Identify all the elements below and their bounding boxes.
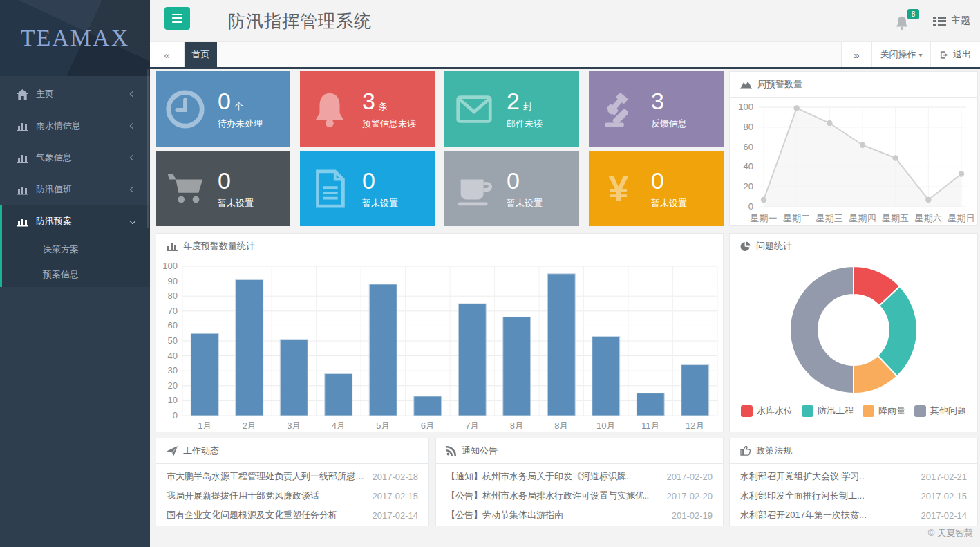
scroll-tabs-right-button[interactable]: »: [841, 42, 872, 67]
sidebar-item-rain-info[interactable]: 雨水情信息: [0, 110, 150, 142]
panel-title: 工作动态: [183, 445, 219, 457]
sidebar-item-flood-duty[interactable]: 防汛值班: [0, 174, 150, 205]
close-operations-dropdown[interactable]: 关闭操作 ▾: [872, 42, 930, 67]
tab-home[interactable]: 首页: [185, 42, 217, 67]
news-row: 水利部印发全面推行河长制工... 2017-02-15: [730, 486, 977, 506]
year-chart: 01020304050607080901001月2月3月4月5月6月7月8月8月…: [156, 259, 723, 435]
stat-card-unset-4[interactable]: ¥ 0 暂未设置: [589, 151, 724, 226]
header-actions: 8 主题: [894, 0, 970, 41]
news-date: 2017-02-21: [921, 472, 968, 482]
yen-icon: ¥: [597, 167, 640, 210]
sidebar-subitem-decision-plan[interactable]: 决策方案: [2, 237, 150, 262]
stat-card-alerts[interactable]: 3条 预警信息未读: [300, 71, 435, 147]
app-logo: TEAMAX: [0, 0, 150, 76]
svg-text:4月: 4月: [332, 420, 346, 431]
notification-badge: 8: [907, 9, 919, 19]
sidebar-subitem-preplan-info[interactable]: 预案信息: [2, 262, 150, 287]
chevron-down-icon: [130, 219, 135, 224]
news-row: 水利部召开党组扩大会议 学习.. 2017-02-21: [730, 467, 977, 486]
clock-icon: [164, 88, 207, 131]
stat-card-todo[interactable]: 0个 待办未处理: [156, 71, 290, 147]
week-chart: 020406080100星期一星期二星期三星期四星期五星期六星期日: [730, 98, 977, 229]
policy-panel: 政策法规 水利部召开党组扩大会议 学习.. 2017-02-21 水利部印发全面…: [729, 438, 978, 526]
tab-home-label: 首页: [192, 48, 210, 61]
stat-card-unset-2[interactable]: 0 暂未设置: [300, 151, 435, 226]
sidebar-item-home[interactable]: 主页: [0, 78, 150, 110]
scroll-tabs-left-button[interactable]: «: [150, 42, 185, 67]
news-link[interactable]: 【公告】杭州市水务局排水行政许可设置与实施优..: [446, 490, 649, 502]
menu-toggle-button[interactable]: [164, 7, 190, 30]
svg-text:星期六: 星期六: [915, 213, 942, 223]
notifications-button[interactable]: 8: [894, 9, 915, 33]
tab-bar-underline: [150, 67, 980, 69]
sidebar-item-flood-preplan[interactable]: 防汛预案: [2, 205, 150, 237]
news-link[interactable]: 水利部召开党组扩大会议 学习..: [740, 470, 865, 483]
legend-item-rainfall[interactable]: 降雨量: [863, 405, 905, 417]
home-icon: [17, 89, 28, 100]
stat-label: 反馈信息: [651, 118, 687, 130]
news-link[interactable]: 市大鹏半岛水源工程管理处负责人到一线部所慰问新春: [167, 470, 366, 483]
sidebar-menu: 主页 雨水情信息 气象信息 防汛值班 防汛预案 决策方案: [0, 78, 150, 287]
donut-legend: 水库水位 防汛工程 降雨量 其他问题: [730, 405, 977, 417]
file-icon: [308, 167, 351, 210]
stat-label: 暂未设置: [362, 197, 398, 210]
problem-donut-chart: [730, 259, 977, 403]
area-chart-icon: [740, 80, 752, 89]
bar-chart-icon: [167, 242, 178, 251]
work-news-panel: 工作动态 市大鹏半岛水源工程管理处负责人到一线部所慰问新春 2017-02-18…: [156, 438, 429, 526]
panel-header: 年度预警数量统计: [156, 234, 723, 259]
gavel-icon: [597, 88, 640, 131]
stat-card-unset-3[interactable]: 0 暂未设置: [444, 151, 579, 226]
news-row: 【通知】杭州市水务局关于印发《河道标识牌.. 2017-02-20: [436, 467, 723, 486]
svg-text:星期三: 星期三: [816, 213, 843, 223]
legend-item-flood-project[interactable]: 防汛工程: [802, 405, 854, 417]
stat-card-feedback[interactable]: 3 反馈信息: [589, 71, 724, 147]
news-link[interactable]: 水利部召开2017年第一次扶贫...: [740, 509, 867, 521]
news-row: 我局开展新提拔任用干部党风廉政谈话 2017-02-15: [156, 486, 428, 506]
sidebar-scrollbar[interactable]: [147, 69, 149, 228]
sidebar-item-weather-info[interactable]: 气象信息: [0, 142, 150, 174]
svg-text:20: 20: [168, 380, 178, 391]
stat-unit: 个: [234, 101, 243, 111]
news-link[interactable]: 水利部印发全面推行河长制工...: [740, 490, 865, 502]
news-link[interactable]: 【公告】劳动节集体出游指南: [446, 509, 563, 521]
cart-icon: [164, 167, 207, 210]
svg-text:11月: 11月: [641, 420, 660, 431]
news-row: 水利部召开2017年第一次扶贫... 2017-02-14: [730, 506, 977, 525]
thumbs-up-icon: [740, 446, 751, 456]
svg-text:100: 100: [162, 261, 178, 271]
news-link[interactable]: 我局开展新提拔任用干部党风廉政谈话: [167, 490, 319, 502]
stat-unit: 条: [379, 101, 388, 111]
news-date: 2017-02-18: [373, 472, 419, 482]
svg-text:80: 80: [744, 122, 753, 132]
svg-text:0: 0: [748, 201, 753, 212]
double-chevron-left-icon: «: [164, 49, 169, 61]
stat-label: 待办未处理: [218, 118, 263, 130]
stat-value: 0: [651, 167, 664, 194]
stat-label: 暂未设置: [507, 197, 543, 210]
legend-item-reservoir[interactable]: 水库水位: [741, 405, 793, 417]
legend-item-other[interactable]: 其他问题: [914, 405, 966, 417]
news-link[interactable]: 国有企业文化问题根源及文化重塑任务分析: [167, 509, 337, 521]
svg-text:10月: 10月: [596, 420, 615, 431]
bar-chart-icon: [17, 153, 28, 163]
stat-value: 0: [362, 167, 375, 194]
svg-text:星期二: 星期二: [783, 213, 810, 223]
stat-card-unset-1[interactable]: 0 暂未设置: [156, 151, 290, 226]
panel-title: 政策法规: [756, 445, 792, 457]
sign-out-icon: [940, 50, 950, 59]
stat-value: 0: [218, 88, 231, 114]
news-link[interactable]: 【通知】杭州市水务局关于印发《河道标识牌..: [446, 470, 631, 483]
stat-value: 0: [507, 167, 520, 194]
problem-stats-panel: 问题统计 水库水位 防汛工程 降雨量 其他问题: [729, 233, 978, 432]
theme-button[interactable]: 主题: [933, 15, 970, 27]
svg-text:3月: 3月: [287, 420, 301, 431]
stat-label: 暂未设置: [651, 197, 687, 210]
svg-text:星期四: 星期四: [849, 213, 876, 223]
rss-icon: [446, 446, 456, 456]
stat-card-mail[interactable]: 2封 邮件未读: [444, 71, 579, 147]
logout-button[interactable]: 退出: [930, 42, 980, 67]
svg-text:10: 10: [168, 395, 178, 405]
sidebar-item-label: 防汛值班: [36, 183, 131, 196]
panel-title: 通知公告: [462, 445, 498, 457]
